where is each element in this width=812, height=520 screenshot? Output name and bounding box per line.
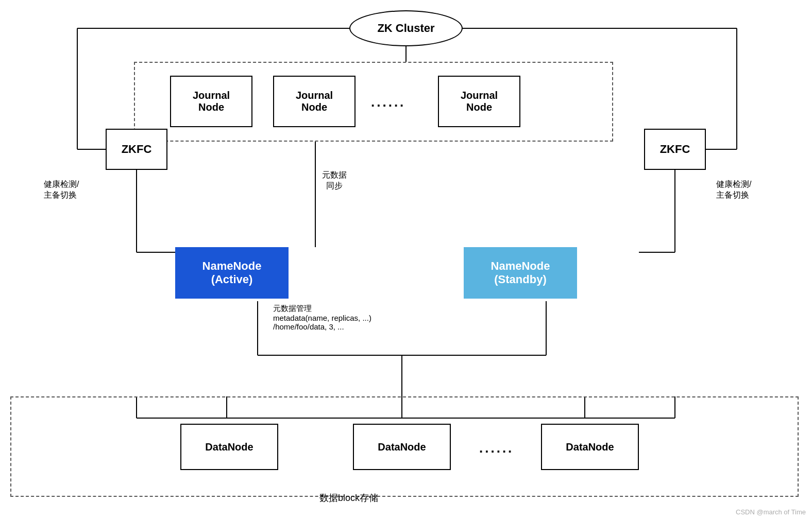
namenode-active-label: NameNode(Active) (202, 259, 262, 286)
zkfc-right-label: ZKFC (660, 143, 690, 156)
watermark: CSDN @march of Time (736, 508, 806, 516)
datanode-3: DataNode (541, 424, 639, 470)
zk-cluster-node: ZK Cluster (349, 10, 463, 46)
namenode-standby-label: NameNode(Standby) (491, 259, 550, 286)
zkfc-right: ZKFC (644, 129, 706, 170)
datanode-1-label: DataNode (205, 441, 253, 453)
journal-node-2: JournalNode (273, 76, 356, 127)
journal-node-1: JournalNode (170, 76, 252, 127)
journal-node-2-label: JournalNode (296, 90, 333, 113)
namenode-active: NameNode(Active) (175, 247, 289, 299)
health-check-left-label: 健康检测/ 主备切换 (44, 179, 79, 201)
datanode-1: DataNode (180, 424, 278, 470)
datanode-2: DataNode (353, 424, 451, 470)
diagram: ZK Cluster JournalNode JournalNode .....… (0, 0, 812, 520)
namenode-standby: NameNode(Standby) (464, 247, 577, 299)
metadata-sync-label: 元数据 同步 (322, 170, 347, 192)
data-block-storage-label: 数据block存储 (319, 492, 378, 504)
datanode-2-label: DataNode (378, 441, 426, 453)
zkfc-left: ZKFC (106, 129, 167, 170)
journal-node-3: JournalNode (438, 76, 520, 127)
journal-node-1-label: JournalNode (193, 90, 230, 113)
zk-cluster-label: ZK Cluster (377, 22, 434, 35)
health-check-right-label: 健康检测/ 主备切换 (716, 179, 751, 201)
metadata-manage-label: 元数据管理 metadata(name, replicas, ...) /hom… (273, 304, 371, 331)
journal-node-3-label: JournalNode (461, 90, 498, 113)
datanode-ellipsis: ...... (479, 440, 514, 456)
journal-ellipsis: ...... (371, 94, 405, 110)
datanode-3-label: DataNode (566, 441, 614, 453)
zkfc-left-label: ZKFC (122, 143, 152, 156)
